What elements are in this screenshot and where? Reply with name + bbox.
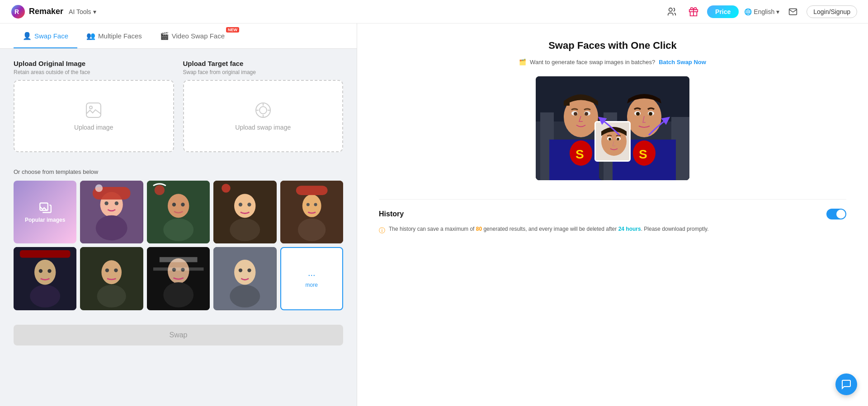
templates-grid-row2: ··· more [14, 247, 343, 310]
ai-tools-label: AI Tools [69, 8, 91, 15]
svg-text:S: S [576, 147, 584, 161]
target-face-upload-wrap: Upload Target face Swap face from origin… [183, 60, 344, 152]
chevron-down-icon: ▾ [93, 8, 96, 15]
history-note-text: The history can save a maximum of 80 gen… [389, 225, 709, 233]
svg-point-35 [298, 219, 326, 241]
svg-text:S: S [639, 147, 647, 161]
history-toggle[interactable] [826, 209, 846, 219]
person-icon: 👤 [23, 32, 32, 40]
chat-icon [841, 379, 852, 390]
left-panel: 👤 Swap Face 👥 Multiple Faces 🎬 Video Swa… [0, 23, 357, 406]
right-panel: Swap Faces with One Click 🗂️ Want to gen… [357, 23, 868, 406]
svg-point-28 [234, 194, 255, 218]
main-layout: 👤 Swap Face 👥 Multiple Faces 🎬 Video Swa… [0, 23, 868, 406]
template-more-button[interactable]: ··· more [280, 247, 343, 310]
svg-point-37 [314, 203, 317, 206]
svg-point-25 [181, 203, 184, 206]
target-upload-title: Upload Target face [183, 60, 344, 67]
svg-point-2 [669, 8, 672, 11]
template-item-3[interactable] [213, 181, 276, 243]
template-face-3 [213, 181, 276, 243]
original-image-upload-wrap: Upload Original Image Retain areas outsi… [14, 60, 174, 152]
arrow-2-svg [640, 106, 676, 142]
mail-icon-button[interactable] [785, 4, 801, 20]
tabs: 👤 Swap Face 👥 Multiple Faces 🎬 Video Swa… [0, 23, 357, 49]
upload-original-icon [85, 101, 103, 119]
history-note-part3: . Please download promptly. [641, 226, 709, 232]
tab-multiple-faces-label: Multiple Faces [98, 32, 142, 40]
templates-section: Or choose from templates below Popular i… [0, 168, 357, 325]
language-button[interactable]: 🌐 English ▾ [744, 8, 779, 15]
template-face-2 [147, 181, 210, 243]
target-upload-label: Upload swap image [235, 124, 291, 131]
batch-text: Want to generate face swap images in bat… [530, 59, 655, 65]
users-icon-button[interactable] [664, 4, 680, 20]
svg-rect-44 [20, 250, 71, 258]
svg-point-36 [306, 203, 309, 206]
svg-rect-5 [86, 103, 101, 117]
logo-text: Remaker [29, 7, 63, 16]
template-item-2[interactable] [147, 181, 210, 243]
svg-point-42 [39, 269, 42, 273]
stack-icon: 🗂️ [519, 59, 526, 65]
template-popular[interactable]: Popular images [14, 181, 76, 243]
chevron-down-icon: ▾ [776, 8, 779, 15]
svg-point-48 [105, 269, 109, 272]
tab-video-swap[interactable]: 🎬 Video Swap Face NEW [151, 23, 237, 48]
swap-button[interactable]: Swap [14, 325, 343, 345]
template-item-5[interactable] [14, 247, 76, 310]
svg-point-52 [163, 282, 193, 308]
original-upload-box[interactable]: Upload image [14, 80, 174, 152]
history-note: ⓘ The history can save a maximum of 80 g… [379, 225, 846, 235]
new-badge: NEW [226, 27, 239, 33]
tab-swap-face[interactable]: 👤 Swap Face [14, 23, 77, 48]
upload-target-icon [254, 101, 272, 119]
svg-point-20 [95, 184, 103, 192]
template-face-6 [80, 247, 143, 310]
tab-swap-face-label: Swap Face [34, 32, 68, 40]
target-upload-box[interactable]: Upload swap image [183, 80, 344, 152]
login-signup-button[interactable]: Login/Signup [807, 5, 857, 18]
upload-row: Upload Original Image Retain areas outsi… [14, 60, 343, 152]
svg-point-40 [34, 260, 56, 285]
globe-icon: 🌐 [744, 8, 752, 15]
template-item-6[interactable] [80, 247, 143, 310]
svg-point-41 [30, 285, 60, 308]
template-face-5 [14, 247, 76, 310]
svg-point-47 [97, 285, 126, 308]
swap-button-wrap: Swap [0, 325, 357, 359]
gift-icon-button[interactable] [685, 4, 702, 20]
svg-point-24 [172, 203, 176, 206]
login-label: Login/Signup [813, 8, 850, 15]
template-item-8[interactable] [213, 247, 276, 310]
template-item-1[interactable] [80, 181, 143, 243]
template-face-8 [213, 247, 276, 310]
svg-point-58 [234, 260, 255, 285]
svg-rect-38 [296, 186, 327, 195]
people-icon: 👥 [86, 32, 95, 40]
history-label: History [379, 210, 404, 218]
header: R Remaker AI Tools ▾ Price 🌐 [0, 0, 868, 23]
template-item-7[interactable] [147, 247, 210, 310]
info-icon: ⓘ [379, 225, 385, 235]
tab-multiple-faces[interactable]: 👥 Multiple Faces [77, 23, 151, 48]
svg-point-59 [230, 285, 260, 308]
templates-grid-row1: Popular images [14, 181, 343, 243]
svg-point-61 [247, 269, 251, 272]
logo[interactable]: R Remaker [11, 5, 63, 19]
svg-point-26 [155, 185, 165, 195]
template-item-4[interactable] [280, 181, 343, 243]
demo-visualization: S [379, 76, 846, 185]
chat-bubble-button[interactable] [835, 373, 857, 395]
demo-container: S [536, 76, 689, 185]
original-upload-sub: Retain areas outside of the face [14, 69, 174, 75]
price-button[interactable]: Price [707, 5, 739, 18]
batch-swap-now-link[interactable]: Batch Swap Now [659, 59, 706, 65]
history-note-num1: 80 [476, 226, 482, 232]
svg-point-49 [114, 269, 118, 272]
svg-text:R: R [14, 8, 19, 15]
tab-video-swap-label: Video Swap Face [172, 32, 225, 40]
template-face-4 [280, 181, 343, 243]
ai-tools-button[interactable]: AI Tools ▾ [69, 8, 96, 15]
svg-point-43 [47, 269, 51, 273]
